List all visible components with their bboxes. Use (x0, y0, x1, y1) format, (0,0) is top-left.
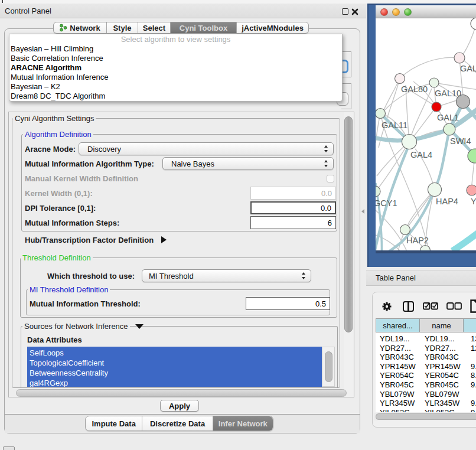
svg-text:GAL1: GAL1 (437, 113, 459, 122)
svg-text:GAL: GAL (460, 64, 476, 73)
svg-text:HAP2: HAP2 (406, 236, 429, 245)
svg-text:SWI4: SWI4 (450, 136, 471, 146)
svg-text:GAL4: GAL4 (410, 150, 432, 159)
svg-text:GAL10: GAL10 (435, 89, 461, 98)
svg-text:HAP4: HAP4 (436, 197, 458, 206)
svg-text:GAL80: GAL80 (401, 84, 428, 94)
svg-text:GAL11: GAL11 (382, 120, 407, 130)
svg-text:Y: Y (471, 197, 476, 206)
svg-text:GCY1: GCY1 (376, 198, 397, 208)
